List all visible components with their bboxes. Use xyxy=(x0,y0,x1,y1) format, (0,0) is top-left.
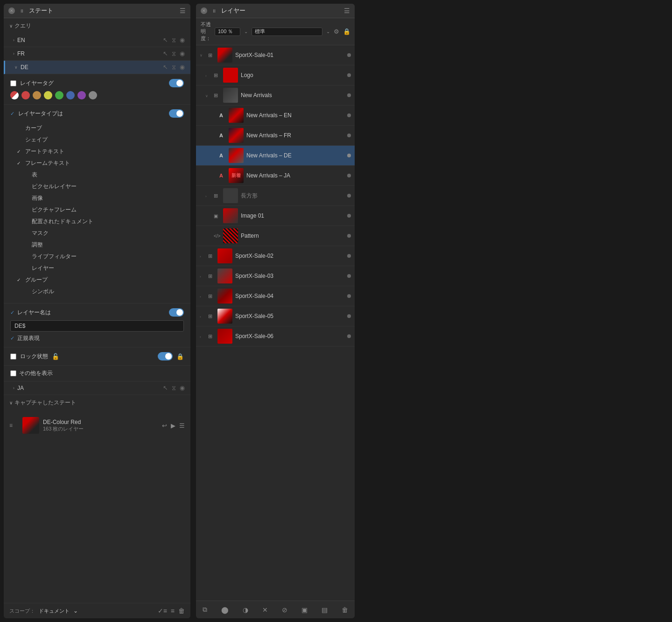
fr-thumb xyxy=(229,128,244,143)
layer-new-arrivals-de[interactable]: A New Arrivals – DE xyxy=(196,146,355,166)
layer-sportx-sale-01[interactable]: ∨ ⊞ SportX-Sale-01 xyxy=(196,45,355,65)
captured-sub: 163 枚のレイヤー xyxy=(43,425,158,432)
en-thumb xyxy=(229,108,244,123)
half-tool[interactable]: ◑ xyxy=(241,605,250,615)
bottom-trash-icon[interactable]: 🗑 xyxy=(178,607,185,615)
bottom-list-icon[interactable]: ≡ xyxy=(171,607,175,615)
gear-icon[interactable]: ⚙ xyxy=(334,28,339,35)
en-visibility[interactable] xyxy=(347,113,351,117)
layers-bottom-toolbar: ⧉ ⬤ ◑ ✕ ⊘ ▣ ▤ 🗑 xyxy=(196,601,355,618)
color-dot-gray[interactable] xyxy=(89,91,97,99)
mask-tool[interactable]: ⬤ xyxy=(219,605,231,615)
cross-tool[interactable]: ✕ xyxy=(260,605,270,615)
fr-visibility[interactable] xyxy=(347,134,351,137)
layers-close-button[interactable]: ✕ xyxy=(201,7,207,14)
opacity-input[interactable] xyxy=(215,28,240,36)
layer-name-input[interactable] xyxy=(10,320,184,332)
na-visibility[interactable] xyxy=(347,93,351,97)
slash-tool[interactable]: ⊘ xyxy=(280,605,289,615)
layer-sportx-sale-04[interactable]: › ⊞ SportX-Sale-04 xyxy=(196,286,355,306)
color-dot-yellow[interactable] xyxy=(44,91,52,99)
lock-icon[interactable]: 🔒 xyxy=(343,28,350,35)
left-panel: ✕ ⏸ ステート ☰ ∨ クエリ › EN ↖ ⧖ ◉ › FR ↖ ⧖ xyxy=(4,4,190,618)
rect-icon: ⊞ xyxy=(214,193,220,199)
query-row-fr[interactable]: › FR ↖ ⧖ ◉ xyxy=(4,47,190,61)
color-dots xyxy=(10,91,184,99)
opacity-dropdown-icon[interactable]: ⌄ xyxy=(244,29,248,34)
ja-icons: ↖ ⧖ ◉ xyxy=(163,384,185,392)
query-row-ja[interactable]: › JA ↖ ⧖ ◉ xyxy=(4,382,190,395)
layer-new-arrivals-fr[interactable]: A New Arrivals – FR xyxy=(196,126,355,146)
sale04-name: SportX-Sale-04 xyxy=(235,293,344,299)
layer-rect[interactable]: › ⊞ 長方形 xyxy=(196,186,355,206)
play-icon[interactable]: ▶ xyxy=(171,422,175,429)
de-name: New Arrivals – DE xyxy=(246,152,344,159)
sale02-visibility[interactable] xyxy=(347,254,351,258)
sale01-name: SportX-Sale-01 xyxy=(235,52,344,58)
ja-visibility[interactable] xyxy=(347,174,351,177)
na-expand: ∨ xyxy=(205,92,211,99)
layer-image-01[interactable]: ▣ Image 01 xyxy=(196,206,355,226)
blend-mode-input[interactable] xyxy=(252,28,322,36)
sale03-visibility[interactable] xyxy=(347,274,351,278)
layer-pattern[interactable]: </> Pattern xyxy=(196,226,355,246)
more-icon[interactable]: ☰ xyxy=(179,422,185,429)
sale04-expand: › xyxy=(200,293,205,299)
layer-name-toggle[interactable] xyxy=(169,308,184,317)
sale03-expand: › xyxy=(200,273,205,279)
layer-logo[interactable]: › ⊞ Logo xyxy=(196,65,355,85)
layer-sportx-sale-03[interactable]: › ⊞ SportX-Sale-03 xyxy=(196,266,355,286)
color-dot-mixed[interactable] xyxy=(10,91,19,99)
pause-button[interactable]: ⏸ xyxy=(19,7,25,14)
layer-tag-checkbox[interactable] xyxy=(10,80,16,86)
de-icons: ↖ ⧖ ◉ xyxy=(163,64,185,71)
other-checkbox[interactable] xyxy=(10,370,16,376)
rect-visibility[interactable] xyxy=(347,194,351,198)
layer-new-arrivals-ja[interactable]: A 新着 New Arrivals – JA xyxy=(196,166,355,186)
regex-row: ✓ 正規表現 xyxy=(10,334,184,342)
layers-pause-button[interactable]: ⏸ xyxy=(211,7,217,14)
blend-dropdown-icon[interactable]: ⌄ xyxy=(326,29,330,34)
sale06-thumb xyxy=(217,329,232,344)
sale05-visibility[interactable] xyxy=(347,314,351,318)
layer-sportx-sale-06[interactable]: › ⊞ SportX-Sale-06 xyxy=(196,326,355,346)
logo-visibility[interactable] xyxy=(347,73,351,77)
color-dot-blue[interactable] xyxy=(66,91,75,99)
type-table: 表 xyxy=(17,170,184,180)
undo-icon[interactable]: ↩ xyxy=(162,422,167,429)
img-name: Image 01 xyxy=(241,212,344,219)
color-dot-orange[interactable] xyxy=(33,91,41,99)
layer-type-toggle[interactable] xyxy=(169,109,184,118)
fr-eye-icon: ◉ xyxy=(180,50,185,57)
de-visibility[interactable] xyxy=(347,154,351,157)
layer-new-arrivals[interactable]: ∨ ⊞ New Arrivals xyxy=(196,85,355,106)
table-tool[interactable]: ▤ xyxy=(320,605,329,615)
color-dot-purple[interactable] xyxy=(77,91,86,99)
sale06-visibility[interactable] xyxy=(347,334,351,338)
delete-tool[interactable]: 🗑 xyxy=(340,605,350,615)
layer-new-arrivals-en[interactable]: A New Arrivals – EN xyxy=(196,106,355,126)
lock-toggle[interactable] xyxy=(158,352,173,360)
bottom-check-icon[interactable]: ✓≡ xyxy=(158,607,167,615)
sale04-visibility[interactable] xyxy=(347,294,351,298)
layers-menu-button[interactable]: ☰ xyxy=(344,7,350,14)
layer-sportx-sale-02[interactable]: › ⊞ SportX-Sale-02 xyxy=(196,246,355,266)
layer-tag-toggle[interactable] xyxy=(169,79,184,87)
sale01-visibility[interactable] xyxy=(347,53,351,57)
close-button[interactable]: ✕ xyxy=(8,7,15,14)
layer-sportx-sale-05[interactable]: › ⊞ SportX-Sale-05 xyxy=(196,306,355,326)
color-dot-green[interactable] xyxy=(55,91,63,99)
query-row-en[interactable]: › EN ↖ ⧖ ◉ xyxy=(4,34,190,47)
sale02-name: SportX-Sale-02 xyxy=(235,253,344,259)
captured-chevron: ∨ xyxy=(9,400,13,405)
lock-checkbox[interactable] xyxy=(10,353,16,360)
color-dot-red[interactable] xyxy=(21,91,30,99)
captured-section-label: キャプチャしたステート xyxy=(14,399,76,407)
pattern-visibility[interactable] xyxy=(347,234,351,238)
grid-tool[interactable]: ▣ xyxy=(300,605,309,615)
duplicate-tool[interactable]: ⧉ xyxy=(201,605,209,615)
type-layer: レイヤー xyxy=(17,263,184,273)
query-row-de[interactable]: ∨ DE ↖ ⧖ ◉ xyxy=(4,61,190,74)
left-menu-button[interactable]: ☰ xyxy=(180,7,186,14)
img-visibility[interactable] xyxy=(347,214,351,218)
